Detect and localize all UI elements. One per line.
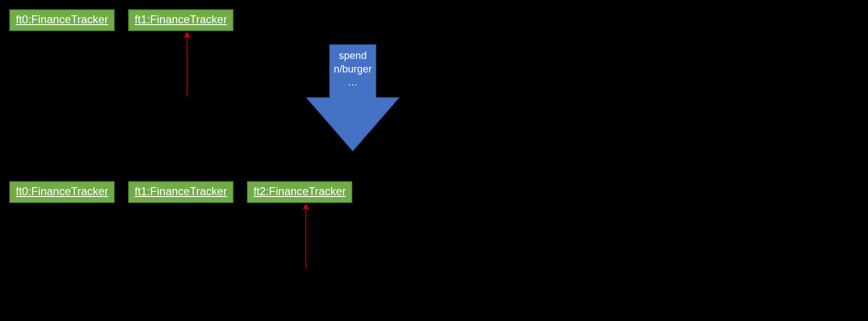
object-label: ft1:FinanceTracker xyxy=(135,13,227,26)
current-pointer-top xyxy=(184,32,190,97)
transition-label-line2b: n/burger xyxy=(330,63,376,76)
object-label: ft2:FinanceTracker xyxy=(253,185,346,197)
arrow-shaft xyxy=(187,37,188,97)
object-ft2-bottom: ft2:FinanceTracker xyxy=(247,181,352,203)
object-ft1-top: ft1:FinanceTracker xyxy=(128,9,233,31)
transition-arrow-text: spend n/burger … xyxy=(330,49,376,89)
object-label: ft0:FinanceTracker xyxy=(16,185,108,197)
current-pointer-bottom xyxy=(303,203,309,269)
arrow-up-icon xyxy=(303,203,309,209)
object-ft0-top: ft0:FinanceTracker xyxy=(9,9,115,31)
object-ft1-bottom: ft1:FinanceTracker xyxy=(128,181,233,203)
object-label: ft0:FinanceTracker xyxy=(16,13,108,26)
arrow-up-icon xyxy=(184,32,190,37)
object-label: ft1:FinanceTracker xyxy=(135,185,227,197)
transition-label-line1b: spend xyxy=(330,49,376,63)
arrow-shaft xyxy=(305,209,306,269)
object-ft0-bottom: ft0:FinanceTracker xyxy=(9,181,115,203)
transition-label-line3b: … xyxy=(330,76,376,89)
diagram-canvas: ft0:FinanceTracker ft1:FinanceTracker sp… xyxy=(0,0,868,321)
